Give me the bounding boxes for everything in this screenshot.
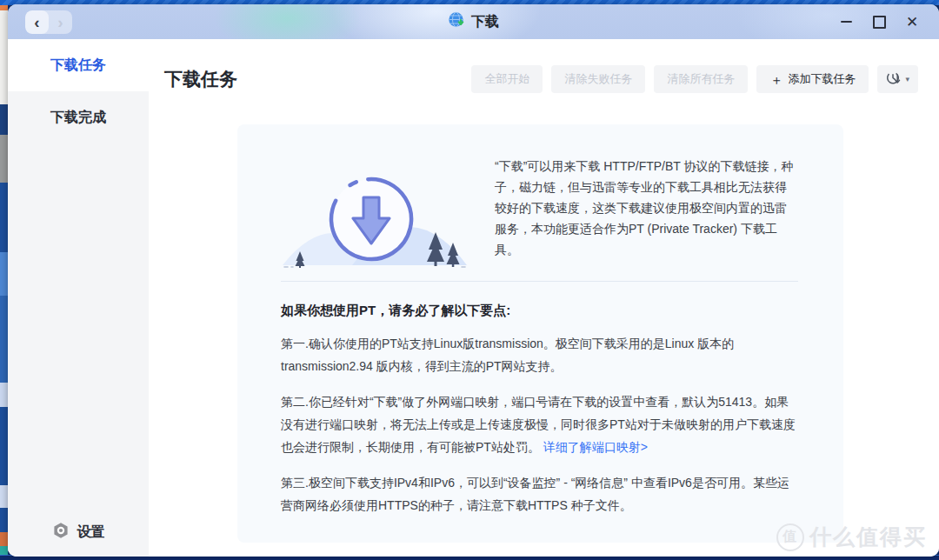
smzdm-watermark-text: 什么值得买 <box>809 523 927 551</box>
tip-text: 第三.极空间下载支持IPv4和IPv6，可以到“设备监控” - “网络信息” 中… <box>281 476 789 512</box>
app-body: 下载任务 下载完成 设置 <box>8 39 939 557</box>
download-app-window: ‹ › 下载 ✕ <box>8 4 939 557</box>
plus-icon: ＋ <box>769 73 782 86</box>
tip-paragraph-1: 第一.确认你使用的PT站支持Linux版transmission。极空间下载采用… <box>281 332 798 377</box>
back-icon: ‹ <box>34 14 39 30</box>
sidebar-item-label: 下载任务 <box>50 57 106 75</box>
desktop-edge-left <box>0 0 8 560</box>
tips-heading: 如果你想使用PT，请务必了解以下要点: <box>281 303 798 319</box>
page-title: 下载任务 <box>164 67 237 91</box>
main-panel: 下载任务 全部开始 清除失败任务 清除所有任务 ＋ 添加下载任务 <box>149 39 939 557</box>
close-icon: ✕ <box>906 13 918 31</box>
add-download-label: 添加下载任务 <box>788 71 856 87</box>
clear-all-button[interactable]: 清除所有任务 <box>654 65 748 93</box>
port-mapping-link[interactable]: 详细了解端口映射> <box>543 440 648 454</box>
forward-icon: › <box>57 14 63 30</box>
gear-icon <box>52 522 70 543</box>
sort-by-time-button[interactable]: ▾ <box>877 65 918 93</box>
window-title: 下载 <box>471 13 499 31</box>
main-header: 下载任务 全部开始 清除失败任务 清除所有任务 ＋ 添加下载任务 <box>149 39 939 93</box>
titlebar: ‹ › 下载 ✕ <box>8 4 939 39</box>
clock-sort-icon <box>886 70 902 88</box>
tip-text: 第二.你已经针对“下载”做了外网端口映射，端口号请在下载的设置中查看，默认为51… <box>281 395 796 454</box>
settings-label: 设置 <box>77 523 105 542</box>
sidebar-item-label: 下载完成 <box>50 109 106 127</box>
sidebar-item-settings[interactable]: 设置 <box>8 508 149 557</box>
download-illustration <box>281 166 470 272</box>
download-info-card: “下载”可以用来下载 HTTP/FTP/BT 协议的下载链接，种子，磁力链，但与… <box>237 124 843 543</box>
close-button[interactable]: ✕ <box>899 9 925 35</box>
sidebar: 下载任务 下载完成 设置 <box>8 39 149 557</box>
forward-button[interactable]: › <box>49 10 72 34</box>
toolbar: 全部开始 清除失败任务 清除所有任务 ＋ 添加下载任务 <box>471 65 918 93</box>
clear-failed-button[interactable]: 清除失败任务 <box>551 65 645 93</box>
chevron-down-icon: ▾ <box>905 75 909 83</box>
nav-history-group: ‹ › <box>25 10 72 34</box>
minimize-button[interactable] <box>833 9 859 35</box>
maximize-icon <box>873 16 886 29</box>
tip-text: 第一.确认你使用的PT站支持Linux版transmission。极空间下载采用… <box>281 337 734 373</box>
intro-paragraph: “下载”可以用来下载 HTTP/FTP/BT 协议的下载链接，种子，磁力链，但与… <box>495 156 798 260</box>
globe-download-icon <box>448 11 465 32</box>
tip-paragraph-2: 第二.你已经针对“下载”做了外网端口映射，端口号请在下载的设置中查看，默认为51… <box>281 390 798 458</box>
minimize-icon <box>841 21 852 23</box>
back-button[interactable]: ‹ <box>25 10 49 34</box>
window-title-area: 下载 <box>8 4 939 39</box>
start-all-button[interactable]: 全部开始 <box>471 65 543 93</box>
intro-row: “下载”可以用来下载 HTTP/FTP/BT 协议的下载链接，种子，磁力链，但与… <box>281 143 798 282</box>
window-controls: ✕ <box>833 9 939 35</box>
sidebar-item-download-complete[interactable]: 下载完成 <box>8 91 149 143</box>
maximize-button[interactable] <box>866 9 892 35</box>
sidebar-item-download-tasks[interactable]: 下载任务 <box>8 39 149 91</box>
smzdm-watermark: 值 什么值得买 <box>776 523 927 551</box>
tip-paragraph-3: 第三.极空间下载支持IPv4和IPv6，可以到“设备监控” - “网络信息” 中… <box>281 471 798 517</box>
smzdm-badge-icon: 值 <box>776 523 804 551</box>
sidebar-lower: 下载完成 设置 <box>8 91 149 557</box>
add-download-button[interactable]: ＋ 添加下载任务 <box>756 65 869 93</box>
